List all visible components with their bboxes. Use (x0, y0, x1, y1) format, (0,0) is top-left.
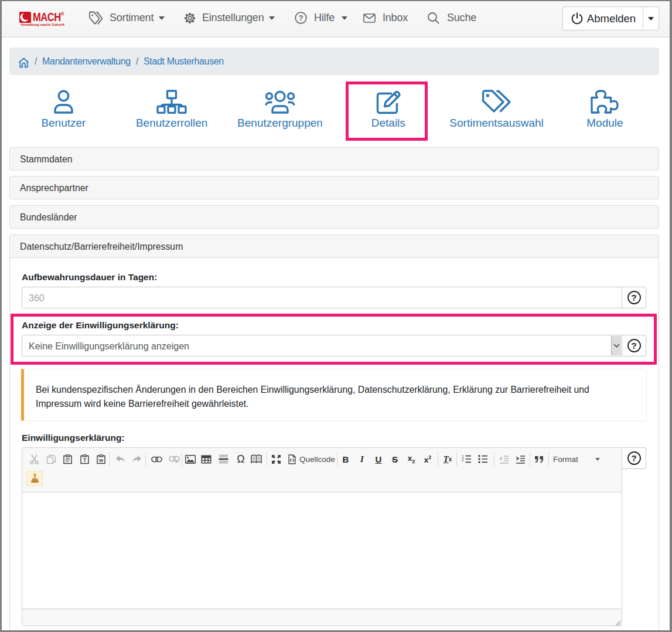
svg-text:W: W (99, 458, 104, 463)
svg-text:T: T (83, 457, 86, 463)
svg-text:2: 2 (462, 458, 464, 462)
svg-text:?: ? (299, 14, 303, 22)
